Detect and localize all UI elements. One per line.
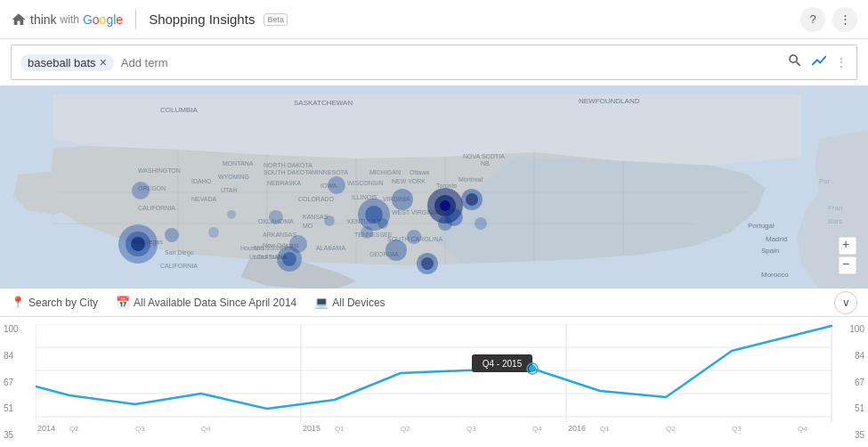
trend-view-button[interactable] bbox=[810, 52, 828, 73]
svg-text:Montreal: Montreal bbox=[458, 176, 483, 183]
svg-text:MINNESOTA: MINNESOTA bbox=[312, 169, 348, 175]
search-button[interactable] bbox=[787, 53, 803, 72]
svg-text:CALIFORNIA: CALIFORNIA bbox=[160, 263, 198, 269]
svg-text:Madrid: Madrid bbox=[766, 235, 787, 243]
trend-line bbox=[36, 326, 831, 409]
svg-text:Q3: Q3 bbox=[466, 425, 476, 433]
data-range-label: All Available Data Since April 2014 bbox=[134, 297, 296, 309]
svg-point-72 bbox=[466, 193, 478, 206]
svg-point-85 bbox=[361, 226, 373, 239]
svg-text:2016: 2016 bbox=[568, 424, 586, 433]
svg-point-75 bbox=[385, 240, 407, 261]
svg-text:Q3: Q3 bbox=[732, 425, 742, 433]
google-label: Google bbox=[83, 12, 123, 27]
svg-point-81 bbox=[392, 189, 413, 210]
svg-text:Q2: Q2 bbox=[401, 425, 410, 433]
collapse-button[interactable]: ∨ bbox=[834, 291, 857, 314]
y-axis-labels: 100 84 67 51 35 bbox=[4, 324, 19, 440]
y-right-51: 51 bbox=[849, 403, 864, 413]
y-right-67: 67 bbox=[849, 378, 864, 387]
y-label-100: 100 bbox=[4, 324, 19, 334]
data-range-control[interactable]: 📅 All Available Data Since April 2014 bbox=[116, 296, 296, 309]
help-button[interactable]: ? bbox=[800, 7, 825, 32]
svg-text:MICHIGAN: MICHIGAN bbox=[369, 169, 401, 175]
svg-text:NORTH DAKOTA: NORTH DAKOTA bbox=[264, 162, 312, 168]
svg-text:NEBRASKA: NEBRASKA bbox=[267, 180, 301, 186]
svg-text:SOUTH DAKOTA: SOUTH DAKOTA bbox=[264, 169, 312, 175]
svg-point-88 bbox=[475, 217, 487, 230]
svg-point-78 bbox=[289, 235, 307, 253]
svg-text:IDAHO: IDAHO bbox=[191, 178, 212, 184]
app-title: Shopping Insights bbox=[149, 12, 255, 27]
svg-text:Q2: Q2 bbox=[666, 425, 676, 433]
svg-point-65 bbox=[165, 228, 179, 242]
y-right-84: 84 bbox=[849, 351, 864, 361]
think-label: think bbox=[30, 12, 57, 27]
svg-text:MONTANA: MONTANA bbox=[223, 160, 254, 167]
search-by-city-control[interactable]: 📍 Search by City bbox=[11, 296, 98, 309]
y-right-100: 100 bbox=[849, 324, 864, 334]
svg-text:+: + bbox=[842, 237, 849, 251]
svg-text:COLUMBIA: COLUMBIA bbox=[160, 106, 198, 114]
svg-point-87 bbox=[407, 230, 421, 244]
svg-text:Portugal: Portugal bbox=[748, 222, 775, 230]
svg-point-80 bbox=[328, 176, 345, 194]
svg-text:Q3: Q3 bbox=[135, 425, 145, 433]
chart-tooltip-text: Q4 - 2015 bbox=[483, 359, 523, 369]
location-icon: 📍 bbox=[11, 296, 25, 309]
search-chip: baseball bats × bbox=[20, 54, 114, 71]
svg-text:Q1: Q1 bbox=[600, 425, 610, 433]
svg-text:2014: 2014 bbox=[37, 424, 55, 433]
svg-text:2015: 2015 bbox=[303, 424, 320, 433]
devices-control[interactable]: 💻 All Devices bbox=[314, 296, 385, 309]
svg-text:MO: MO bbox=[303, 223, 313, 229]
header-actions: ? ⋮ bbox=[800, 7, 857, 32]
map-area: WASHINGTON OREGON CALIFORNIA NEVADA IDAH… bbox=[0, 85, 868, 289]
svg-point-74 bbox=[438, 216, 452, 231]
header-divider bbox=[135, 10, 136, 29]
y-right-35: 35 bbox=[849, 430, 864, 440]
map-svg: WASHINGTON OREGON CALIFORNIA NEVADA IDAH… bbox=[0, 85, 868, 289]
svg-point-86 bbox=[377, 218, 388, 229]
line-chart: 2014 2015 2016 Q2 Q3 Q4 Q1 Q2 Q3 Q4 Q1 Q… bbox=[36, 324, 832, 440]
svg-point-70 bbox=[440, 200, 450, 211]
svg-text:NOVA SCOTIA: NOVA SCOTIA bbox=[463, 153, 505, 159]
svg-text:Ottawa: Ottawa bbox=[410, 169, 429, 175]
svg-text:−: − bbox=[842, 256, 849, 271]
svg-text:ARKANSAS: ARKANSAS bbox=[263, 232, 296, 238]
chart-area: 100 84 67 51 35 100 84 67 51 35 2014 201… bbox=[0, 317, 868, 447]
svg-text:NEVADA: NEVADA bbox=[191, 196, 217, 202]
svg-point-84 bbox=[324, 215, 335, 226]
svg-text:Houston: Houston bbox=[240, 245, 264, 251]
y-label-84: 84 bbox=[4, 351, 19, 361]
svg-text:San Diego: San Diego bbox=[165, 249, 194, 256]
svg-text:WASHINGTON: WASHINGTON bbox=[138, 167, 181, 174]
svg-point-90 bbox=[227, 210, 236, 219]
svg-text:Spain: Spain bbox=[761, 247, 779, 255]
more-options-button[interactable]: ⋮ bbox=[835, 55, 848, 69]
svg-text:WYOMING: WYOMING bbox=[218, 174, 249, 180]
svg-text:ALABAMA: ALABAMA bbox=[316, 245, 345, 251]
home-icon[interactable] bbox=[11, 12, 27, 28]
svg-point-89 bbox=[208, 227, 219, 238]
devices-label: All Devices bbox=[332, 297, 385, 309]
device-icon: 💻 bbox=[314, 296, 329, 309]
svg-text:COLORADO: COLORADO bbox=[298, 196, 335, 202]
svg-point-79 bbox=[269, 210, 283, 224]
svg-text:Q1: Q1 bbox=[335, 425, 345, 433]
svg-text:Q4: Q4 bbox=[532, 425, 542, 433]
header-logo: think with Google bbox=[11, 12, 123, 28]
svg-text:UTAH: UTAH bbox=[221, 187, 238, 193]
svg-text:WISCONSIN: WISCONSIN bbox=[347, 180, 383, 186]
svg-text:CALIFORNIA: CALIFORNIA bbox=[138, 205, 175, 211]
svg-text:Q4: Q4 bbox=[798, 425, 807, 433]
svg-text:Q2: Q2 bbox=[69, 425, 79, 433]
share-button[interactable]: ⋮ bbox=[832, 7, 857, 32]
svg-text:NEWFOUNDLAND: NEWFOUNDLAND bbox=[579, 97, 640, 105]
svg-text:Q4: Q4 bbox=[201, 425, 211, 433]
add-term-input[interactable] bbox=[121, 56, 780, 69]
search-by-city-label: Search by City bbox=[28, 297, 98, 309]
chip-close-button[interactable]: × bbox=[100, 56, 107, 69]
svg-text:NEW YORK: NEW YORK bbox=[392, 178, 426, 184]
y-label-67: 67 bbox=[4, 378, 19, 387]
